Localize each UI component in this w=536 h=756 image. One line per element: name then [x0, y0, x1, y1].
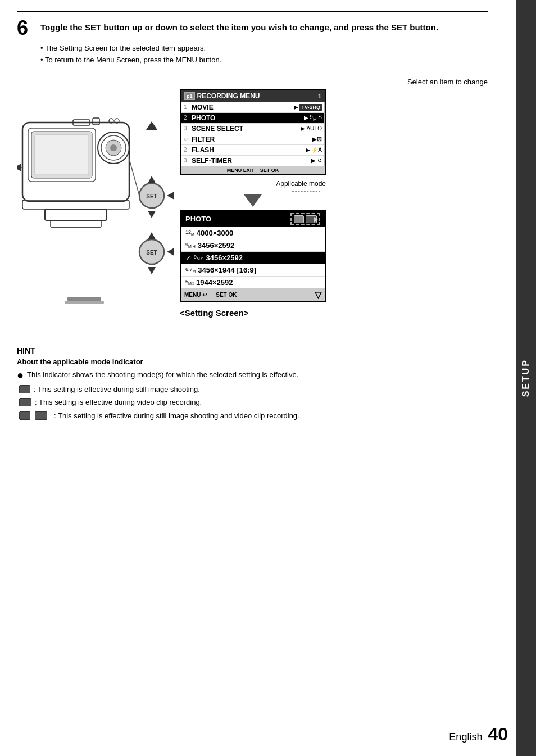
footer-page-number: 40 — [488, 724, 508, 745]
setting-row-9ms: ✓ 9M·S 3456×2592 — [181, 252, 325, 264]
svg-marker-24 — [148, 267, 156, 274]
setting-row-12m: 12M 4000×3000 — [181, 227, 325, 239]
bullet-2: To return to the Menu Screen, press the … — [40, 55, 488, 66]
illustration-area: SET SET — [17, 78, 488, 327]
menu-row-filter: ≈1 FILTER ▶ ⊠ — [181, 134, 324, 145]
menu-row-self-timer: 3 SELF-TIMER ▶ ↺ — [181, 156, 324, 166]
hint-sub-both-text: : This setting is effective during still… — [54, 410, 299, 422]
svg-rect-31 — [65, 301, 104, 304]
hint-title: HINT — [17, 346, 488, 355]
footer-language: English — [449, 731, 482, 743]
screens-area: Select an item to change p1 RECORDING ME… — [180, 78, 488, 318]
main-content: 6 Toggle the SET button up or down to se… — [0, 0, 516, 756]
mode-indicator — [290, 213, 320, 225]
hint-subtitle: About the applicable mode indicator — [17, 357, 488, 366]
hint-sub-items: : This setting is effective during still… — [19, 384, 488, 422]
both-icons — [19, 411, 51, 420]
svg-text:SET: SET — [146, 193, 157, 200]
menu-row-scene: 3 SCENE SELECT ▶ AUTO — [181, 124, 324, 134]
setting-screen: PHOTO 12M 4000×3000 — [180, 210, 326, 302]
svg-marker-26 — [167, 248, 174, 256]
svg-text:SET: SET — [146, 250, 157, 256]
menu-row-flash: 2 FLASH ▶ ⚡A — [181, 145, 324, 156]
hint-section: HINT About the applicable mode indicator… — [17, 338, 488, 422]
setting-footer: MENU ↩ SET OK ▽ — [181, 288, 325, 301]
step-title: Toggle the SET button up or down to sele… — [40, 18, 438, 33]
setting-row-67m: 6.7M 3456×1944 [16:9] — [181, 264, 325, 277]
rec-icon: p1 — [184, 92, 195, 100]
step-header: 6 Toggle the SET button up or down to se… — [17, 18, 488, 38]
both-video-icon — [35, 411, 47, 420]
svg-rect-30 — [67, 297, 101, 301]
hint-sub-both: : This setting is effective during still… — [19, 410, 488, 422]
svg-marker-23 — [148, 232, 156, 239]
hint-sub-camera-text: : This setting is effective during still… — [34, 384, 200, 395]
page-footer: English 40 — [449, 724, 508, 745]
svg-marker-18 — [148, 176, 156, 183]
camera-mode-icon — [294, 215, 304, 223]
sidebar-label: SETUP — [521, 359, 531, 397]
menu-rows: 1 MOVIE ▶ TV-SHQ 2 PHOTO ▶ 9M·S — [181, 102, 325, 166]
setting-row-9mh: 9M·H 3456×2592 — [181, 239, 325, 252]
svg-marker-25 — [167, 192, 174, 200]
svg-marker-28 — [17, 164, 21, 171]
hint-sub-camera: : This setting is effective during still… — [19, 384, 488, 395]
menu-footer: MENU EXIT SET OK — [181, 166, 325, 174]
camera-icon — [19, 385, 30, 393]
menu-title: RECORDING MENU — [197, 92, 260, 100]
setting-screen-title: PHOTO — [181, 211, 325, 227]
step-number: 6 — [17, 18, 34, 38]
video-mode-icon — [306, 215, 317, 223]
svg-marker-19 — [148, 211, 156, 218]
applicable-mode-label: Applicable mode — [276, 180, 326, 188]
setting-rows: 12M 4000×3000 9M·H 3456×2592 ✓ 9M·S 34 — [181, 227, 325, 288]
svg-rect-14 — [51, 220, 101, 227]
svg-rect-3 — [35, 135, 89, 175]
hint-sub-video-text: : This setting is effective during video… — [35, 397, 202, 408]
sidebar-setup: SETUP — [516, 0, 536, 756]
menu-row-movie: 1 MOVIE ▶ TV-SHQ — [181, 102, 324, 113]
step-bullets: The Setting Screen for the selected item… — [40, 43, 488, 66]
svg-point-7 — [110, 144, 117, 151]
arrow-down-area: Applicable mode — [180, 178, 326, 208]
video-icon — [19, 398, 31, 406]
bullet-1: The Setting Screen for the selected item… — [40, 43, 488, 55]
arrow-down-triangle — [244, 194, 262, 207]
camera-illustration: SET SET — [17, 89, 174, 327]
menu-screen-title: p1 RECORDING MENU 1 — [181, 90, 325, 102]
svg-rect-9 — [93, 118, 99, 125]
hint-main-text: This indicator shows the shooting mode(s… — [27, 369, 298, 381]
svg-line-20 — [129, 159, 139, 196]
recording-menu-screen: p1 RECORDING MENU 1 1 MOVIE ▶ TV-SHQ — [180, 89, 326, 175]
setting-row-5m: 5M□ 1944×2592 — [181, 277, 325, 288]
menu-title-num: 1 — [318, 93, 321, 99]
svg-marker-15 — [146, 121, 157, 130]
both-camera-icon — [19, 411, 30, 420]
setting-screen-label: <Setting Screen> — [180, 308, 249, 318]
hint-main-bullet: ● This indicator shows the shooting mode… — [17, 369, 488, 381]
select-label: Select an item to change — [180, 78, 488, 86]
menu-row-photo: 2 PHOTO ▶ 9M·S — [181, 113, 324, 124]
hint-sub-video: : This setting is effective during video… — [19, 397, 488, 408]
setting-screen-title-text: PHOTO — [185, 215, 211, 223]
top-border — [17, 11, 488, 12]
svg-rect-13 — [45, 209, 107, 220]
